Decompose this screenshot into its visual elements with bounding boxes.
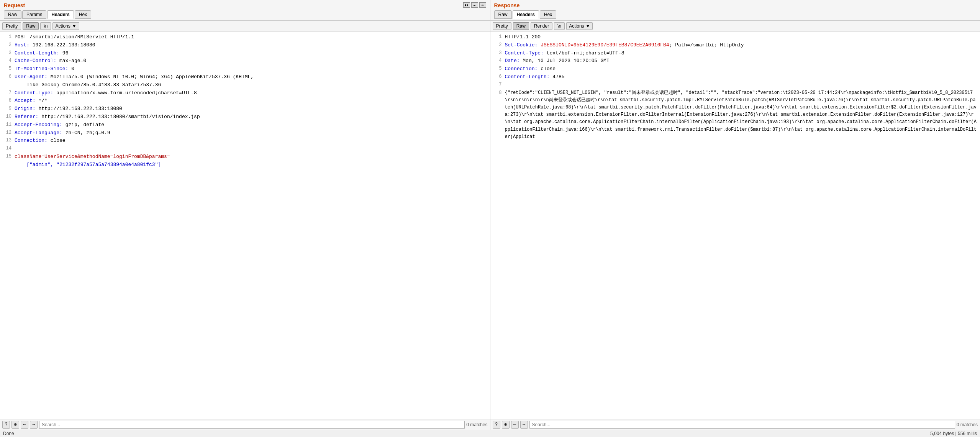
actions-dropdown-request[interactable]: Actions ▼ xyxy=(52,22,79,30)
actions-label-response: Actions xyxy=(569,23,584,29)
tab-raw-request[interactable]: Raw xyxy=(4,10,21,19)
request-line-14: 14 xyxy=(2,145,488,153)
response-line-5: 5 Connection: close xyxy=(493,65,978,73)
split-view-button[interactable]: ▮▮ xyxy=(463,2,470,8)
request-line-7: 7 Content-Type: application/x-www-form-u… xyxy=(2,89,488,97)
request-line-4: 4 Cache-Control: max-age=0 xyxy=(2,57,488,65)
actions-label-request: Actions xyxy=(55,23,70,29)
maximize-button[interactable]: ▭ xyxy=(479,2,486,8)
request-line-6: 6 User-Agent: Mozilla/5.0 (Windows NT 10… xyxy=(2,73,488,89)
response-toolbar: Pretty Raw Render \n Actions ▼ xyxy=(490,21,980,32)
help-button-response[interactable]: ? xyxy=(493,421,500,429)
response-line-3: 3 Content-Type: text/bof-rmi;charset=UTF… xyxy=(493,49,978,58)
tab-hex-response[interactable]: Hex xyxy=(540,10,556,19)
response-line-6: 6 Content-Length: 4785 xyxy=(493,73,978,81)
response-bottom-bar: ? ⚙ ← → 0 matches xyxy=(490,419,980,430)
matches-count-request: 0 matches xyxy=(466,422,487,427)
request-line-11: 11 Accept-Encoding: gzip, deflate xyxy=(2,121,488,129)
response-line-4: 4 Date: Mon, 10 Jul 2023 10:20:05 GMT xyxy=(493,57,978,65)
response-line-7: 7 xyxy=(493,81,978,89)
tab-headers-response[interactable]: Headers xyxy=(513,10,539,19)
request-panel: Request ▮▮ ▬ ▭ Raw Params Headers Hex Pr… xyxy=(0,0,490,430)
help-button-request[interactable]: ? xyxy=(2,421,10,429)
response-line-8: 8 {"retCode":"CLIENT_USER_NOT_LOGIN", "r… xyxy=(493,89,978,141)
raw-button-response[interactable]: Raw xyxy=(513,22,529,30)
raw-button-request[interactable]: Raw xyxy=(23,22,39,30)
forward-button-request[interactable]: → xyxy=(30,421,38,429)
forward-button-response[interactable]: → xyxy=(520,421,528,429)
search-input-response[interactable] xyxy=(529,421,955,429)
response-line-1: 1 HTTP/1.1 200 xyxy=(493,33,978,41)
response-tab-bar: Raw Headers Hex xyxy=(494,10,977,19)
status-left: Done xyxy=(3,431,14,436)
settings-button-response[interactable]: ⚙ xyxy=(502,421,510,429)
back-button-request[interactable]: ← xyxy=(21,421,28,429)
response-panel-title: Response xyxy=(494,2,977,8)
search-input-request[interactable] xyxy=(39,421,465,429)
status-bar: Done 5,004 bytes | 556 millis xyxy=(0,430,980,437)
actions-chevron-icon-response: ▼ xyxy=(586,23,590,29)
status-right: 5,004 bytes | 556 millis xyxy=(930,431,977,436)
tab-hex-request[interactable]: Hex xyxy=(75,10,91,19)
newline-button-request[interactable]: \n xyxy=(40,22,51,30)
window-controls: ▮▮ ▬ ▭ xyxy=(463,2,486,8)
actions-chevron-icon: ▼ xyxy=(72,23,77,29)
tab-params[interactable]: Params xyxy=(22,10,46,19)
back-button-response[interactable]: ← xyxy=(511,421,519,429)
tab-raw-response[interactable]: Raw xyxy=(494,10,512,19)
minimize-button[interactable]: ▬ xyxy=(471,2,478,8)
request-panel-title: Request xyxy=(4,2,25,8)
request-line-15: 15 className=UserService&methodName=logi… xyxy=(2,153,488,169)
request-bottom-bar: ? ⚙ ← → 0 matches xyxy=(0,419,490,430)
request-panel-header: Request ▮▮ ▬ ▭ Raw Params Headers Hex xyxy=(0,0,490,21)
settings-button-request[interactable]: ⚙ xyxy=(11,421,19,429)
request-line-2: 2 Host: 192.168.222.133:18080 xyxy=(2,41,488,49)
tab-headers-request[interactable]: Headers xyxy=(47,10,74,19)
request-line-10: 10 Referer: http://192.168.222.133:18080… xyxy=(2,113,488,121)
request-line-8: 8 Accept: */* xyxy=(2,97,488,105)
request-line-12: 12 Accept-Language: zh-CN, zh;q=0.9 xyxy=(2,129,488,137)
pretty-button-request[interactable]: Pretty xyxy=(2,22,21,30)
request-line-5: 5 If-Modified-Since: 0 xyxy=(2,65,488,73)
pretty-button-response[interactable]: Pretty xyxy=(493,22,511,30)
actions-dropdown-response[interactable]: Actions ▼ xyxy=(566,22,593,30)
request-line-13: 13 Connection: close xyxy=(2,137,488,145)
matches-count-response: 0 matches xyxy=(957,422,978,427)
response-line-2: 2 Set-Cookie: JSESSIONID=95E4129E907E39F… xyxy=(493,41,978,49)
request-content: 1 POST /smartbi/vision/RMIServlet HTTP/1… xyxy=(0,32,490,419)
response-panel-header: Response Raw Headers Hex xyxy=(490,0,980,21)
request-tab-bar: Raw Params Headers Hex xyxy=(4,10,486,19)
request-line-9: 9 Origin: http://192.168.222.133:18080 xyxy=(2,105,488,113)
newline-button-response[interactable]: \n xyxy=(554,22,565,30)
request-line-1: 1 POST /smartbi/vision/RMIServlet HTTP/1… xyxy=(2,33,488,41)
request-toolbar: Pretty Raw \n Actions ▼ xyxy=(0,21,490,32)
request-line-3: 3 Content-Length: 96 xyxy=(2,49,488,58)
response-content: 1 HTTP/1.1 200 2 Set-Cookie: JSESSIONID=… xyxy=(490,32,980,419)
response-panel: Response Raw Headers Hex Pretty Raw Rend… xyxy=(490,0,980,430)
render-button-response[interactable]: Render xyxy=(531,22,552,30)
